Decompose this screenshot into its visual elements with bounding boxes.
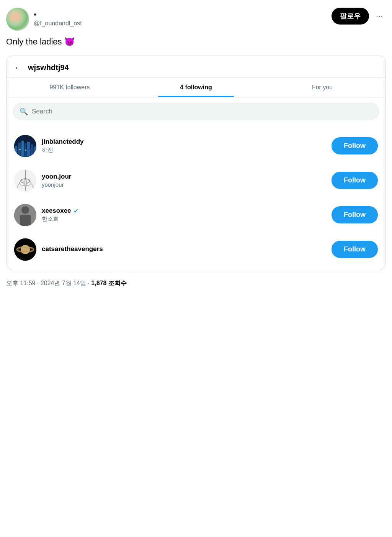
user-display-name: jinblancteddy [42, 138, 84, 146]
svg-rect-2 [15, 146, 17, 157]
svg-rect-8 [34, 146, 36, 157]
user-avatar-catsaretheavengers[interactable] [14, 238, 36, 261]
user-avatar-yoonjour[interactable] [14, 169, 36, 192]
svg-point-10 [25, 149, 26, 151]
user-display-name: catsaretheavengers [42, 245, 103, 253]
avatar[interactable] [6, 8, 29, 31]
svg-rect-19 [24, 180, 26, 186]
follow-button-jinblancteddy[interactable]: Follow [332, 137, 378, 154]
back-arrow-icon[interactable]: ← [14, 63, 23, 73]
follow-button-xeesoxee[interactable]: Follow [332, 206, 378, 223]
list-item: jinblancteddy 하진 Follow [7, 129, 385, 163]
tweet-date: 2024년 7월 14일 [41, 280, 86, 286]
card-header: ← wjswhdtj94 [7, 56, 385, 78]
list-item: catsaretheavengers Follow [7, 232, 385, 267]
tweet-time: 오후 11:59 [6, 280, 35, 286]
list-item: yoon.jour yoonjour Follow [7, 163, 385, 198]
tab-followers[interactable]: 991K followers [7, 78, 133, 97]
username: * [34, 12, 82, 20]
user-handle: 한소희 [42, 215, 326, 223]
tweet-views: 1,878 조회수 [91, 280, 126, 286]
user-name-row: xeesoxee ✔ [42, 207, 326, 215]
list-item: xeesoxee ✔ 한소희 Follow [7, 198, 385, 232]
handle: @f_oundandl_ost [34, 20, 82, 27]
user-avatar-xeesoxee[interactable] [14, 204, 36, 226]
verified-icon: ✔ [74, 207, 78, 215]
user-display-name: xeesoxee [42, 207, 71, 215]
header-right: 팔로우 ··· [332, 8, 386, 25]
tabs: 991K followers 4 following For you [7, 78, 385, 97]
card-title: wjswhdtj94 [28, 63, 69, 72]
svg-rect-22 [20, 215, 31, 226]
user-details: yoon.jour yoonjour [42, 173, 326, 188]
user-name-row: catsaretheavengers [42, 245, 326, 253]
tweet-header: * @f_oundandl_ost 팔로우 ··· [6, 8, 386, 31]
svg-point-21 [21, 206, 29, 214]
svg-rect-7 [31, 145, 33, 157]
user-details: catsaretheavengers [42, 245, 326, 254]
svg-rect-6 [27, 142, 30, 157]
follow-button-yoonjour[interactable]: Follow [332, 172, 378, 189]
tab-for-you[interactable]: For you [259, 78, 385, 97]
user-details: xeesoxee ✔ 한소희 [42, 207, 326, 223]
user-avatar-jinblancteddy[interactable] [14, 135, 36, 157]
user-handle: yoonjour [42, 181, 326, 188]
search-box: 🔍 [13, 103, 379, 120]
user-info: * @f_oundandl_ost [34, 12, 82, 27]
user-handle: 하진 [42, 146, 326, 154]
follow-button-header[interactable]: 팔로우 [332, 8, 369, 25]
follow-button-catsaretheavengers[interactable]: Follow [332, 241, 378, 258]
search-icon: 🔍 [20, 107, 28, 116]
user-display-name: yoon.jour [42, 173, 71, 181]
user-name-row: yoon.jour [42, 173, 326, 181]
more-icon[interactable]: ··· [373, 10, 386, 23]
following-card: ← wjswhdtj94 991K followers 4 following … [6, 56, 386, 270]
tweet-footer: 오후 11:59 · 2024년 7월 14일 · 1,878 조회수 [6, 279, 386, 287]
search-input[interactable] [32, 108, 372, 115]
tweet-header-left: * @f_oundandl_ost [6, 8, 82, 31]
svg-rect-4 [21, 141, 24, 157]
user-list: jinblancteddy 하진 Follow [7, 126, 385, 270]
svg-point-9 [19, 149, 21, 150]
tweet-text: Only the ladies 😈 [6, 36, 386, 48]
tab-following[interactable]: 4 following [133, 78, 259, 97]
user-details: jinblancteddy 하진 [42, 138, 326, 154]
user-name-row: jinblancteddy [42, 138, 326, 146]
